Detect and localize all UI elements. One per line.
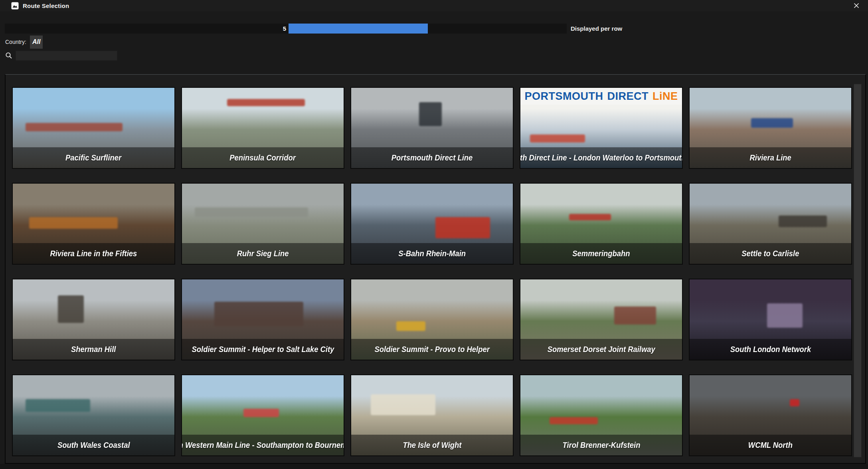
thumbnail-accent — [614, 307, 656, 324]
slider-thumb[interactable] — [289, 24, 428, 34]
route-thumbnail: WCML North — [690, 375, 851, 455]
route-title: Tirol Brenner-Kufstein — [562, 441, 640, 450]
country-filter: Country: All — [5, 35, 43, 49]
route-title: Portsmouth Direct Line — [391, 153, 473, 162]
thumbnail-accent — [26, 123, 123, 131]
route-tile[interactable]: WCML North — [689, 374, 852, 456]
route-tile[interactable]: Pacific Surfliner — [12, 87, 175, 169]
route-title: Ruhr Sieg Line — [237, 249, 289, 258]
thumbnail-accent — [751, 118, 793, 128]
route-thumbnail: PORTSMOUTHDIRECTLiNEPortsmouth Direct Li… — [520, 88, 682, 168]
route-grid-panel: Pacific SurflinerPeninsula CorridorPorts… — [5, 74, 866, 464]
scrollbar-thumb[interactable] — [854, 84, 862, 457]
thumbnail-accent — [435, 217, 490, 238]
route-tile[interactable]: Portsmouth Direct Line — [350, 87, 514, 169]
route-title-band: Riviera Line in the Fifties — [13, 243, 174, 264]
thumbnail-accent — [29, 217, 118, 228]
route-tile[interactable]: Peninsula Corridor — [181, 87, 344, 169]
route-tile[interactable]: Ruhr Sieg Line — [181, 183, 344, 265]
thumbnail-accent — [530, 135, 585, 142]
route-title-band: S-Bahn Rhein-Main — [351, 243, 513, 264]
route-title: WCML North — [748, 441, 793, 450]
route-title: Somerset Dorset Joint Railway — [548, 345, 655, 354]
route-thumbnail: Semmeringbahn — [520, 184, 682, 264]
displayed-per-row-slider[interactable]: 5 — [5, 24, 567, 34]
route-tile[interactable]: Somerset Dorset Joint Railway — [520, 279, 683, 360]
thumbnail-accent — [767, 303, 803, 327]
route-thumbnail: Soldier Summit - Helper to Salt Lake Cit… — [182, 279, 344, 360]
window-title: Route Selection — [23, 2, 69, 9]
route-title-band: Sherman Hill — [13, 339, 174, 360]
route-tile[interactable]: South Wales Coastal — [12, 374, 175, 456]
route-title: Peninsula Corridor — [230, 153, 296, 162]
route-tile[interactable]: Semmeringbahn — [520, 183, 683, 265]
country-label: Country: — [5, 39, 26, 45]
route-title-band: The Isle of Wight — [351, 435, 513, 455]
route-grid: Pacific SurflinerPeninsula CorridorPorts… — [6, 75, 865, 463]
thumbnail-accent — [550, 417, 598, 424]
route-thumbnail: Tirol Brenner-Kufstein — [520, 375, 682, 455]
route-tile[interactable]: Sherman Hill — [12, 279, 175, 360]
route-tile[interactable]: Settle to Carlisle — [689, 183, 852, 265]
thumbnail-accent — [195, 208, 308, 217]
route-title: Soldier Summit - Provo to Helper — [374, 345, 489, 354]
route-thumbnail: Riviera Line — [690, 88, 851, 168]
route-thumbnail: The Isle of Wight — [351, 375, 513, 455]
route-title-band: Soldier Summit - Provo to Helper — [351, 339, 513, 360]
route-title-band: Somerset Dorset Joint Railway — [520, 339, 682, 360]
route-title-band: South Wales Coastal — [13, 435, 174, 455]
route-title: Semmeringbahn — [572, 249, 630, 258]
route-thumbnail: Portsmouth Direct Line — [351, 88, 513, 168]
route-title: Pacific Surfliner — [65, 153, 121, 162]
route-thumbnail: S-Bahn Rhein-Main — [351, 184, 513, 264]
route-title-band: Riviera Line — [690, 147, 851, 168]
route-tile[interactable]: South Western Main Line - Southampton to… — [181, 374, 344, 456]
country-all-button[interactable]: All — [30, 36, 43, 49]
thumbnail-accent — [419, 102, 442, 126]
route-title-band: Soldier Summit - Helper to Salt Lake Cit… — [182, 339, 344, 360]
route-thumbnail: South Wales Coastal — [13, 375, 174, 455]
close-icon[interactable] — [852, 1, 861, 10]
thumbnail-accent — [214, 302, 303, 326]
thumbnail-accent — [371, 394, 435, 415]
route-title: Settle to Carlisle — [741, 249, 799, 258]
image-icon — [11, 2, 19, 10]
route-title-band: Portsmouth Direct Line - London Waterloo… — [520, 147, 682, 168]
search-icon — [5, 52, 13, 59]
route-title: South Wales Coastal — [57, 441, 130, 450]
route-title: S-Bahn Rhein-Main — [398, 249, 466, 258]
route-title: Riviera Line in the Fifties — [50, 249, 137, 258]
vertical-scrollbar[interactable] — [853, 75, 862, 463]
route-title-band: WCML North — [690, 435, 851, 455]
route-title: South Western Main Line - Southampton to… — [182, 441, 344, 450]
route-tile[interactable]: Tirol Brenner-Kufstein — [520, 374, 683, 456]
route-tile[interactable]: S-Bahn Rhein-Main — [350, 183, 514, 265]
route-title-band: Tirol Brenner-Kufstein — [520, 435, 682, 455]
thumbnail-accent — [227, 99, 304, 106]
route-title-band: Settle to Carlisle — [690, 243, 851, 264]
route-title: Sherman Hill — [71, 345, 116, 354]
thumbnail-accent — [790, 399, 799, 406]
route-title: Soldier Summit - Helper to Salt Lake Cit… — [192, 345, 334, 354]
route-tile[interactable]: South London Network — [689, 279, 852, 360]
search-input[interactable] — [16, 51, 117, 61]
thumbnail-accent — [26, 399, 90, 412]
route-title-band: South Western Main Line - Southampton to… — [182, 435, 344, 455]
route-tile[interactable]: Riviera Line in the Fifties — [12, 183, 175, 265]
slider-label: Displayed per row — [571, 24, 622, 34]
route-title-band: Peninsula Corridor — [182, 147, 344, 168]
banner-text: PORTSMOUTH — [524, 90, 603, 103]
thumbnail-accent — [779, 216, 827, 227]
route-tile[interactable]: Riviera Line — [689, 87, 852, 169]
route-thumbnail: South London Network — [690, 279, 851, 360]
route-tile[interactable]: The Isle of Wight — [350, 374, 514, 456]
route-tile[interactable]: Soldier Summit - Provo to Helper — [350, 279, 514, 360]
thumbnail-accent — [58, 295, 84, 323]
thumbnail-accent — [243, 409, 279, 417]
thumbnail-accent — [569, 214, 611, 220]
route-tile[interactable]: PORTSMOUTHDIRECTLiNEPortsmouth Direct Li… — [520, 87, 683, 169]
route-title-band: Ruhr Sieg Line — [182, 243, 344, 264]
route-title: Riviera Line — [749, 153, 791, 162]
route-thumbnail: Somerset Dorset Joint Railway — [520, 279, 682, 360]
route-tile[interactable]: Soldier Summit - Helper to Salt Lake Cit… — [181, 279, 344, 360]
